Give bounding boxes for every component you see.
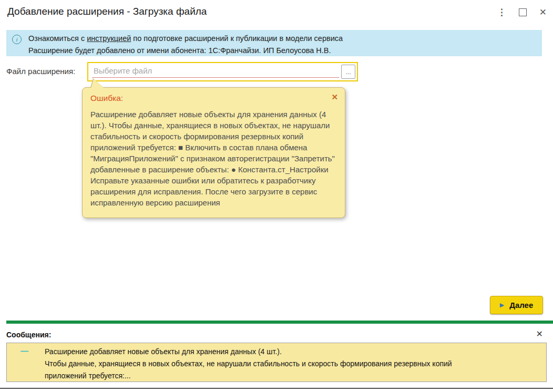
extension-upload-dialog: Добавление расширения - Загрузка файла ⋮… — [0, 0, 553, 392]
message-line: Чтобы данные, хранящиеся в новых объекта… — [45, 358, 536, 370]
message-line: Расширение добавляет новые объекты для х… — [45, 346, 536, 358]
instruction-link[interactable]: инструкцией — [87, 34, 131, 43]
extension-file-input[interactable] — [93, 66, 339, 76]
tooltip-error-text: Расширение добавляет новые объекты для х… — [90, 109, 337, 208]
info-circle-icon: i — [12, 35, 22, 44]
error-tooltip: Ошибка: ✕ Расширение добавляет новые объ… — [82, 87, 345, 218]
window-bottom-edge — [0, 388, 553, 389]
tooltip-close-icon[interactable]: ✕ — [331, 92, 338, 102]
next-arrow-icon: ▶ — [500, 302, 504, 308]
tooltip-error-title: Ошибка: — [90, 94, 123, 103]
maximize-icon[interactable] — [519, 7, 527, 17]
message-marker-icon: — — [21, 346, 28, 355]
extension-file-label: Файл расширения: — [6, 67, 75, 76]
extension-file-field-group: ... — [87, 62, 358, 81]
next-button-label: Далее — [509, 301, 533, 310]
messages-close-icon[interactable]: ✕ — [536, 329, 543, 339]
window-menu-icon[interactable]: ⋮ — [497, 7, 506, 17]
window-close-icon[interactable]: ✕ — [539, 7, 547, 17]
banner-text-post: по подготовке расширений к публикации в … — [131, 34, 343, 43]
messages-header: Сообщения: — [6, 331, 51, 339]
banner-line-2: Расширение будет добавлено от имени абон… — [28, 45, 537, 57]
extension-file-input-wrap — [93, 64, 339, 78]
next-button[interactable]: ▶ Далее — [490, 296, 543, 314]
message-line: приложений требуется:... — [45, 370, 536, 382]
banner-line-1: Ознакомиться с инструкцией по подготовке… — [28, 33, 537, 45]
messages-separator — [6, 321, 553, 324]
window-title: Добавление расширения - Загрузка файла — [7, 6, 207, 17]
browse-file-button[interactable]: ... — [341, 65, 355, 79]
banner-text-pre: Ознакомиться с — [28, 34, 87, 43]
window-controls: ⋮ ✕ — [497, 7, 547, 17]
tooltip-pointer — [91, 79, 104, 88]
message-text: Расширение добавляет новые объекты для х… — [45, 346, 536, 382]
message-item[interactable]: — Расширение добавляет новые объекты для… — [6, 343, 547, 382]
info-banner: i Ознакомиться с инструкцией по подготов… — [6, 30, 542, 56]
